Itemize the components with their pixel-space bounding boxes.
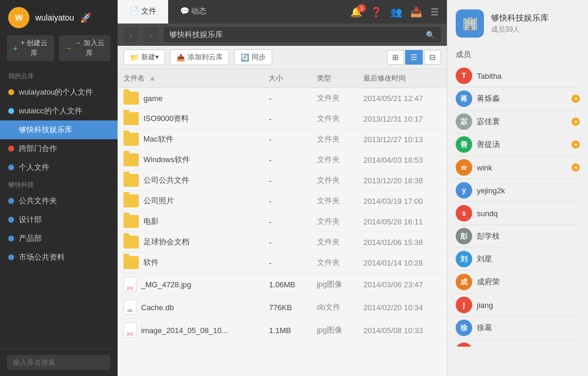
table-row[interactable]: ISO9000资料-文件夹2013/12/31 10:17 — [118, 109, 447, 129]
tile-view-button[interactable]: ⊟ — [424, 50, 441, 65]
file-type: 文件夹 — [311, 88, 358, 109]
back-button[interactable]: ‹ — [123, 27, 139, 42]
member-item-sundq[interactable]: ssundq — [456, 202, 580, 225]
sidebar-item-产品部[interactable]: 产品部 — [0, 229, 118, 248]
table-row[interactable]: Windows软件-文件夹2014/04/03 18:53 — [118, 150, 447, 170]
sidebar-item-够快科技娱乐库[interactable]: 够快科技娱乐库 — [0, 120, 118, 139]
breadcrumb-text: 够快科技娱乐库 — [169, 29, 223, 40]
sidebar-header: W wulaiyatou 🚀 — [0, 0, 118, 35]
member-avatar: 蒋 — [456, 90, 472, 107]
folder-icon — [123, 256, 139, 269]
member-name: 徐葛 — [477, 323, 580, 333]
file-name-cell: 公司公共文件 — [118, 170, 263, 191]
contacts-icon[interactable]: 👥 — [390, 6, 402, 18]
table-row[interactable]: game-文件夹2014/05/21 12:47 — [118, 88, 447, 109]
table-row[interactable]: 公司公共文件-文件夹2013/12/20 18:38 — [118, 170, 447, 191]
create-library-button[interactable]: + + 创建云库 — [7, 35, 54, 61]
col-type: 类型 — [311, 69, 358, 88]
file-table: 文件名 ▲ 大小 类型 最后修改时间 game-文件夹2014/05/21 12… — [118, 69, 447, 376]
sidebar-item-公共文件夹[interactable]: 公共文件夹 — [0, 192, 118, 210]
grid-view-button[interactable]: ⊞ — [387, 50, 404, 65]
tabs: 📄 文件💬 动态 — [118, 0, 342, 24]
file-name-text: Windows软件 — [143, 155, 190, 165]
sidebar-item-跨部门合作[interactable]: 跨部门合作 — [0, 139, 118, 158]
table-row[interactable]: Mac软件-文件夹2013/12/27 10:13 — [118, 129, 447, 150]
add-to-library-button[interactable]: 📤 添加到云库 — [170, 49, 229, 65]
dot-icon — [8, 146, 14, 152]
member-item-wink[interactable]: wwink★ — [456, 156, 580, 179]
download-icon[interactable]: 📥 — [410, 6, 422, 18]
file-name-text: 软件 — [143, 257, 159, 268]
member-name: 宓佳寰 — [477, 116, 567, 127]
member-item-彭学枝[interactable]: 彭彭学枝 — [456, 225, 580, 248]
file-type: 文件夹 — [311, 212, 358, 232]
join-library-button[interactable]: → → 加入云库 — [59, 35, 111, 61]
file-name-content: Windows软件 — [123, 153, 257, 166]
members-section: 成员 TTabitha蒋蒋烁淼★宓宓佳寰★善善提汤★wwink★yyejing2… — [447, 47, 588, 347]
table-row[interactable]: jpg_MG_4728.jpg1.06MBjpg图像2014/03/06 23:… — [118, 273, 447, 296]
sidebar-item-个人文件[interactable]: 个人文件 — [0, 158, 118, 177]
forward-button[interactable]: › — [143, 27, 159, 42]
member-item-徐葛[interactable]: 徐徐葛 — [456, 317, 580, 340]
dot-icon — [8, 217, 14, 223]
sidebar-item-设计部[interactable]: 设计部 — [0, 210, 118, 229]
file-size: - — [263, 232, 310, 253]
table-row[interactable]: 软件-文件夹2014/01/14 10:28 — [118, 253, 447, 273]
member-item-yejing2k[interactable]: yyejing2k — [456, 179, 580, 202]
sync-button[interactable]: 🔄 同步 — [234, 49, 272, 65]
sidebar-item-label: 跨部门合作 — [19, 143, 57, 154]
folder-icon — [123, 112, 139, 125]
sidebar-item-label: 个人文件 — [19, 162, 49, 173]
col-filename: 文件名 ▲ — [118, 69, 263, 88]
file-name-cell: jpgimage_2014_05_08_10... — [118, 319, 263, 342]
folder-icon — [123, 92, 139, 105]
new-button[interactable]: 📁 新建▾ — [123, 49, 165, 65]
file-name-text: Cache.db — [141, 303, 174, 312]
member-item-刘星[interactable]: 刘刘星 — [456, 248, 580, 271]
member-avatar: y — [456, 182, 472, 199]
library-name: 够快科技娱乐库 — [491, 12, 549, 24]
member-item-宓佳寰[interactable]: 宓宓佳寰★ — [456, 110, 580, 133]
member-name: yejing2k — [477, 186, 580, 195]
tab-文件[interactable]: 📄 文件 — [118, 0, 168, 24]
file-name-cell: Windows软件 — [118, 150, 263, 170]
member-item-蒋烁淼[interactable]: 蒋蒋烁淼★ — [456, 88, 580, 110]
member-name: Tabitha — [477, 72, 580, 80]
table-row[interactable]: 足球协会文档-文件夹2014/01/06 15:38 — [118, 232, 447, 253]
members-title: 成员 — [456, 47, 580, 60]
sidebar-item-市场公共资料[interactable]: 市场公共资料 — [0, 248, 118, 267]
file-date: 2013/12/20 18:38 — [358, 170, 447, 191]
search-input[interactable] — [7, 355, 111, 370]
file-name-content: 公司照片 — [123, 194, 257, 207]
sidebar-item-wulaicc的个人文件[interactable]: wulaicc的个人文件 — [0, 102, 118, 120]
list-view-button[interactable]: ☰ — [405, 50, 423, 65]
member-item-善提汤[interactable]: 善善提汤★ — [456, 133, 580, 156]
section-goukai-label: 够快科技 — [0, 177, 118, 192]
join-label: → 加入云库 — [74, 38, 105, 58]
menu-icon[interactable]: ☰ — [430, 6, 439, 18]
member-name: jiang — [477, 301, 580, 310]
member-item-成府荣[interactable]: 成成府荣 — [456, 271, 580, 294]
rocket-icon[interactable]: 🚀 — [80, 12, 92, 24]
file-size: - — [263, 88, 310, 109]
help-icon[interactable]: ❓ — [370, 6, 382, 18]
notification-icon[interactable]: 🔔 1 — [350, 6, 362, 18]
sidebar-item-wulaiyatou的个人文件[interactable]: wulaiyatou的个人文件 — [0, 83, 118, 102]
right-panel-header: 🏢 够快科技娱乐库 成员39人 — [447, 0, 588, 47]
file-name-content: game — [123, 92, 257, 105]
add-label: 添加到云库 — [188, 52, 223, 62]
table-row[interactable]: dbCache.db776KBdb文件2014/02/20 10:34 — [118, 296, 447, 319]
member-item-Tabitha[interactable]: TTabitha — [456, 65, 580, 88]
sidebar-item-label: 产品部 — [19, 233, 42, 244]
file-date: 2014/03/06 23:47 — [358, 273, 447, 296]
table-row[interactable]: jpgimage_2014_05_08_10...1.1MBjpg图像2014/… — [118, 319, 447, 342]
plus-icon: + — [13, 43, 18, 53]
member-item-糖糖[interactable]: 糖糖糖 — [456, 340, 580, 347]
table-row[interactable]: 电影-文件夹2014/05/28 16:11 — [118, 212, 447, 232]
search-icon[interactable]: 🔍 — [426, 31, 435, 39]
view-toggle: ⊞ ☰ ⊟ — [387, 50, 441, 65]
member-item-jiang[interactable]: jjiang — [456, 294, 580, 317]
tab-动态[interactable]: 💬 动态 — [168, 0, 219, 24]
member-avatar: T — [456, 68, 472, 84]
table-row[interactable]: 公司照片-文件夹2014/03/19 17:00 — [118, 191, 447, 212]
